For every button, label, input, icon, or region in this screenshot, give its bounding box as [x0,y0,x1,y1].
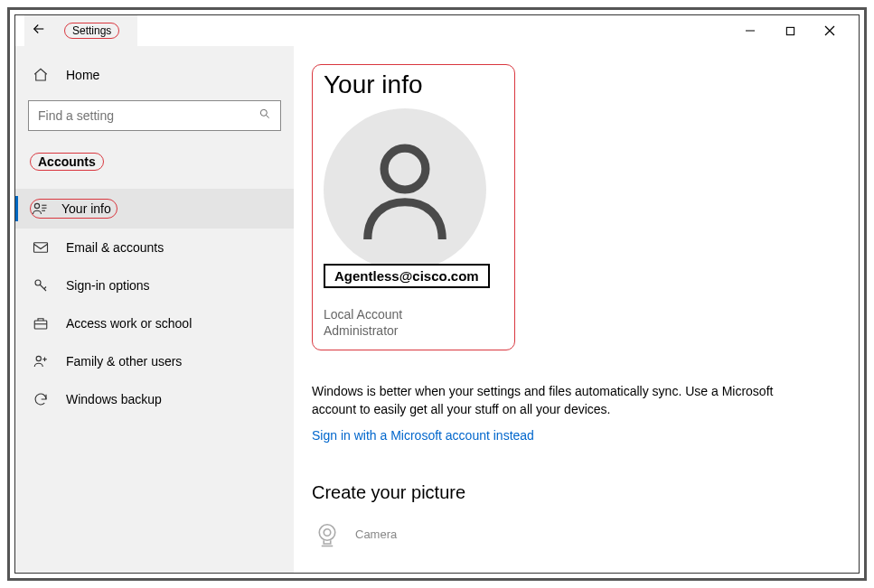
home-icon [32,66,50,84]
close-button[interactable] [821,22,839,40]
app-title: Settings [64,23,119,39]
search-box[interactable] [28,100,281,131]
briefcase-icon [32,314,50,332]
nav-label: Family & other users [66,354,182,369]
svg-point-17 [384,148,426,190]
account-email: Agentless@cisco.com [324,264,490,288]
svg-point-19 [324,528,331,536]
title-bar: Settings [15,15,859,46]
search-icon [258,107,271,124]
page-title: Your info [324,70,496,99]
nav-label: Windows backup [66,392,162,406]
minimize-button[interactable] [741,22,759,40]
your-info-card: Your info Agentless@cisco.com Local Acco… [312,64,515,350]
backup-icon [32,390,50,408]
key-icon [32,276,50,294]
nav-email-accounts[interactable]: Email & accounts [15,229,294,266]
home-label: Home [66,68,99,82]
create-picture-heading: Create your picture [312,482,822,503]
family-icon [32,352,50,370]
home-button[interactable]: Home [15,57,294,93]
svg-rect-1 [786,27,794,34]
account-role: Administrator [324,322,496,339]
nav-label: Email & accounts [66,240,164,255]
your-info-icon [31,200,49,218]
nav-family-users[interactable]: Family & other users [15,342,294,380]
svg-point-6 [34,203,39,208]
nav-access-work-school[interactable]: Access work or school [15,304,294,342]
camera-label: Camera [355,527,397,541]
account-type: Local Account [324,306,496,322]
sync-description: Windows is better when your settings and… [312,383,782,418]
maximize-button[interactable] [781,22,799,40]
nav-windows-backup[interactable]: Windows backup [15,380,294,418]
avatar [324,108,486,271]
svg-point-11 [35,280,41,285]
nav-label: Sign-in options [66,278,150,293]
camera-icon [312,519,343,550]
nav-your-info[interactable]: Your info [15,189,294,229]
svg-line-5 [266,115,268,117]
camera-option[interactable]: Camera [312,519,822,550]
svg-point-14 [36,356,41,360]
nav-label: Your info [61,201,111,216]
nav-sign-in-options[interactable]: Sign-in options [15,266,294,304]
svg-rect-12 [34,321,47,329]
main-content: Your info Agentless@cisco.com Local Acco… [294,46,859,573]
svg-point-4 [260,109,267,116]
settings-window: Settings Home [14,14,860,574]
svg-rect-10 [34,243,48,253]
sidebar: Home Accounts Your info [15,46,294,573]
search-input[interactable] [38,108,258,123]
nav-label: Access work or school [66,316,192,331]
mail-icon [32,238,50,257]
category-accounts: Accounts [30,153,104,171]
back-button[interactable] [30,21,48,42]
sign-in-ms-account-link[interactable]: Sign in with a Microsoft account instead [312,428,822,443]
svg-point-18 [319,524,335,540]
